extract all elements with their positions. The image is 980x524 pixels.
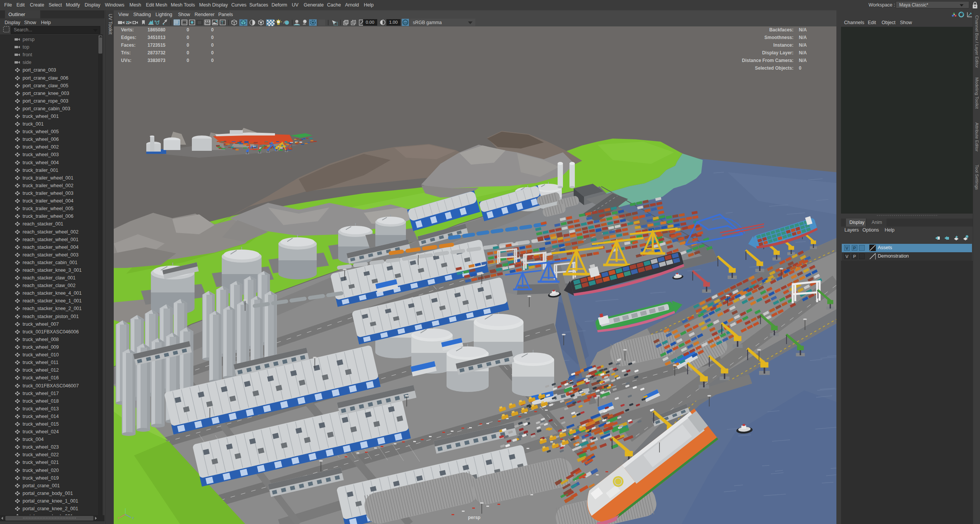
svg-text:T: T (221, 20, 224, 25)
svg-text:x: x (118, 516, 119, 520)
svg-text:z: z (132, 516, 134, 520)
svg-text:ON: ON (404, 22, 407, 24)
